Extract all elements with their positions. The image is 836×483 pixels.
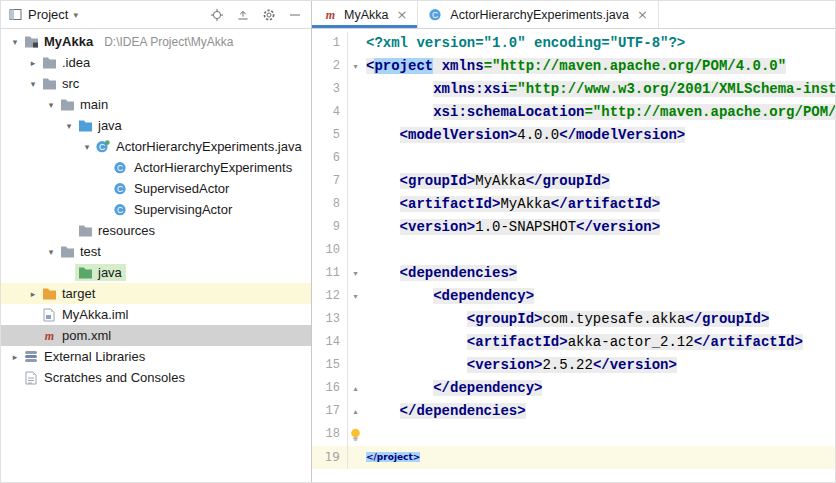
project-view-selector[interactable]: Project ▾	[7, 7, 78, 23]
class-icon: C	[113, 203, 129, 216]
code-line[interactable]: 9 <version>1.0-SNAPSHOT</version>	[312, 216, 835, 239]
tree-item-content: Scratches and Consoles	[23, 369, 189, 386]
tree-item-idea[interactable]: ▸.idea	[1, 52, 311, 73]
token-run: </dependencies>	[400, 403, 526, 419]
code-token: ="http://www.w3.org/2001/XMLSchema-inst	[509, 81, 835, 97]
editor-tab-myakka[interactable]: mMyAkka×	[312, 1, 418, 28]
tree-item-myakka[interactable]: ▾MyAkkaD:\IDEA Project\MyAkka	[1, 31, 311, 52]
code-line[interactable]: 4 xsi:schemaLocation="http://maven.apach…	[312, 101, 835, 124]
tree-item-java[interactable]: ▾java	[1, 115, 311, 136]
code-token: <dependency>	[433, 288, 534, 304]
line-number: 12	[312, 285, 348, 308]
chevron-down-icon[interactable]: ▾	[25, 79, 41, 89]
code-token: <dependencies>	[400, 265, 518, 281]
code-line[interactable]: 6	[312, 147, 835, 170]
intention-bulb-icon[interactable]	[348, 423, 363, 446]
gear-icon[interactable]	[261, 7, 277, 23]
fold-marker-icon[interactable]: ▴	[348, 377, 363, 400]
code-token: <groupId>	[467, 311, 543, 327]
fold-marker-icon[interactable]: ▾	[348, 285, 363, 308]
chevron-down-icon[interactable]: ▾	[43, 247, 59, 257]
code-token: <version>	[467, 357, 543, 373]
token-run: <dependencies>	[400, 265, 518, 281]
fold-gutter	[348, 147, 363, 170]
tree-item-src[interactable]: ▾src	[1, 73, 311, 94]
code-line[interactable]: 17▴ </dependencies>	[312, 400, 835, 423]
tree-item-hint: D:\IDEA Project\MyAkka	[104, 35, 233, 49]
code-line[interactable]: 16▴ </dependency>	[312, 377, 835, 400]
code-text: <dependency>	[363, 285, 835, 308]
line-number: 11	[312, 262, 348, 285]
close-icon[interactable]: ×	[396, 7, 407, 22]
locate-icon[interactable]	[209, 7, 225, 23]
code-line[interactable]: 12▾ <dependency>	[312, 285, 835, 308]
code-line[interactable]: 7 <groupId>MyAkka</groupId>	[312, 170, 835, 193]
fold-marker-icon[interactable]: ▴	[348, 400, 363, 423]
fold-gutter	[348, 170, 363, 193]
fold-gutter	[348, 239, 363, 262]
code-line[interactable]: 2▾<project xmlns="http://maven.apache.or…	[312, 55, 835, 78]
tree-item-supervisedactor[interactable]: CSupervisedActor	[1, 178, 311, 199]
code-line[interactable]: 8 <artifactId>MyAkka</artifactId>	[312, 193, 835, 216]
source-folder-icon	[77, 119, 93, 132]
tree-item-java[interactable]: java	[1, 262, 311, 283]
chevron-down-icon[interactable]: ▾	[7, 37, 23, 47]
close-icon[interactable]: ×	[637, 7, 648, 22]
chevron-down-icon[interactable]: ▾	[61, 121, 77, 131]
chevron-right-icon[interactable]: ▸	[25, 58, 41, 68]
tree-item-pom-xml[interactable]: mpom.xml	[1, 325, 311, 346]
code-token: xmlns:xsi	[433, 81, 509, 97]
tree-item-myakka-iml[interactable]: MyAkka.iml	[1, 304, 311, 325]
code-line[interactable]: 5 <modelVersion>4.0.0</modelVersion>	[312, 124, 835, 147]
code-line[interactable]: 14 <artifactId>akka-actor_2.12</artifact…	[312, 331, 835, 354]
collapse-all-icon[interactable]	[235, 7, 251, 23]
line-number: 2	[312, 55, 348, 78]
chevron-right-icon[interactable]: ▸	[7, 352, 23, 362]
code-line[interactable]: 1<?xml version="1.0" encoding="UTF-8"?>	[312, 32, 835, 55]
code-line[interactable]: 15 <version>2.5.22</version>	[312, 354, 835, 377]
tree-item-actorhierarchyexperiments[interactable]: CActorHierarchyExperiments	[1, 157, 311, 178]
code-token: ="http://maven.apache.org/POM/4.0.0"	[484, 58, 786, 74]
tree-item-label: Scratches and Consoles	[44, 370, 185, 385]
code-line[interactable]: 13 <groupId>com.typesafe.akka</groupId>	[312, 308, 835, 331]
tree-item-content: resources	[77, 222, 159, 239]
tree-item-resources[interactable]: resources	[1, 220, 311, 241]
code-text: <groupId>com.typesafe.akka</groupId>	[363, 308, 835, 331]
tree-item-target[interactable]: ▸target	[1, 283, 311, 304]
tree-item-scratches-and-consoles[interactable]: Scratches and Consoles	[1, 367, 311, 388]
line-number: 19	[312, 446, 348, 469]
code-text: </dependencies>	[363, 400, 835, 423]
tool-window-icon	[7, 7, 23, 23]
code-line[interactable]: 11▾ <dependencies>	[312, 262, 835, 285]
fold-gutter	[348, 331, 363, 354]
tree-item-actorhierarchyexperiments-java[interactable]: ▾CActorHierarchyExperiments.java	[1, 136, 311, 157]
tree-item-content: CActorHierarchyExperiments	[113, 159, 296, 176]
code-text: xmlns:xsi="http://www.w3.org/2001/XMLSch…	[363, 78, 835, 101]
code-token: 1.0-SNAPSHOT	[475, 219, 576, 235]
tree-item-test[interactable]: ▾test	[1, 241, 311, 262]
tree-item-content: main	[59, 96, 112, 113]
tree-item-label: java	[98, 265, 122, 280]
code-line[interactable]: 18	[312, 423, 835, 446]
svg-text:m: m	[325, 8, 334, 22]
code-line[interactable]: 19</project>	[312, 446, 835, 469]
tree-item-content: target	[41, 285, 99, 302]
tree-item-external-libraries[interactable]: ▸External Libraries	[1, 346, 311, 367]
tree-item-main[interactable]: ▾main	[1, 94, 311, 115]
code-token: </version>	[576, 219, 660, 235]
tree-item-content: src	[41, 75, 83, 92]
fold-marker-icon[interactable]: ▾	[348, 262, 363, 285]
editor[interactable]: 1<?xml version="1.0" encoding="UTF-8"?>2…	[312, 29, 835, 482]
fold-marker-icon[interactable]: ▾	[348, 55, 363, 78]
tree-item-supervisingactor[interactable]: CSupervisingActor	[1, 199, 311, 220]
code-token: </groupId>	[685, 311, 769, 327]
minimize-icon[interactable]	[287, 7, 303, 23]
code-line[interactable]: 10	[312, 239, 835, 262]
chevron-down-icon[interactable]: ▾	[43, 100, 59, 110]
chevron-right-icon[interactable]: ▸	[25, 289, 41, 299]
code-line[interactable]: 3 xmlns:xsi="http://www.w3.org/2001/XMLS…	[312, 78, 835, 101]
panel-actions	[209, 7, 303, 23]
chevron-down-icon[interactable]: ▾	[79, 142, 95, 152]
editor-tab-actorhierarchyexperiments-java[interactable]: CActorHierarchyExperiments.java×	[418, 1, 658, 28]
token-run: <groupId>com.typesafe.akka</groupId>	[467, 311, 769, 327]
